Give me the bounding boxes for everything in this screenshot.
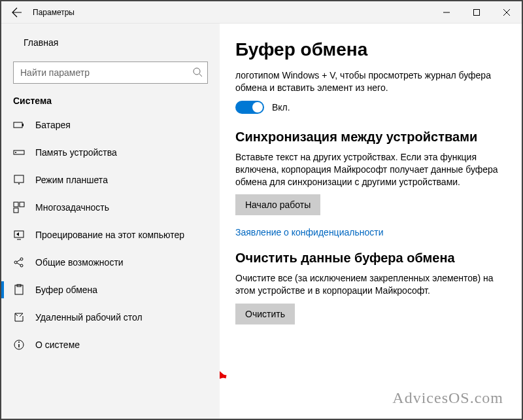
svg-point-12 [14,261,17,264]
tablet-icon [13,174,25,186]
toggle-label: Вкл. [272,102,290,113]
maximize-button[interactable] [462,1,492,24]
svg-rect-3 [22,124,24,126]
search-icon [192,67,203,80]
storage-icon [13,147,25,158]
multitask-icon [13,201,25,213]
clipboard-icon [13,284,25,296]
sidebar-item-clipboard[interactable]: Буфер обмена [1,276,220,304]
svg-rect-9 [20,202,24,207]
svg-point-1 [194,68,200,75]
search-input[interactable] [13,61,208,84]
page-title: Буфер обмена [235,39,506,60]
sidebar-item-about[interactable]: О системе [1,331,220,359]
svg-rect-8 [14,202,18,207]
shared-icon [13,256,25,268]
sidebar-item-label: Многозадачность [35,202,109,213]
svg-point-7 [18,183,20,184]
close-button[interactable] [492,1,522,24]
svg-point-5 [15,152,16,153]
sidebar-item-projecting[interactable]: Проецирование на этот компьютер [1,221,220,249]
sidebar-item-label: Удаленный рабочий стол [35,312,143,323]
sidebar-item-label: О системе [35,340,80,350]
minimize-icon [443,9,450,16]
clear-description: Очистите все (за исключением закрепленны… [235,272,503,297]
sidebar: Главная Система Батарея Память устройств… [1,24,220,419]
svg-rect-0 [474,9,480,15]
sync-start-button[interactable]: Начало работы [235,194,320,215]
remote-icon [13,311,25,323]
svg-rect-10 [14,208,18,213]
watermark: AdvicesOS.com [392,389,503,407]
svg-rect-6 [14,175,24,183]
battery-icon [13,119,25,131]
svg-point-13 [20,258,23,260]
sidebar-item-label: Общие возможности [35,257,124,268]
sidebar-item-label: Режим планшета [35,175,108,185]
history-description: логотипом Windows + V, чтобы просмотреть… [235,69,503,94]
sidebar-item-storage[interactable]: Память устройства [1,139,220,166]
sidebar-item-multitask[interactable]: Многозадачность [1,194,220,221]
minimize-button[interactable] [431,1,462,24]
window-title: Параметры [33,8,75,17]
sidebar-item-battery[interactable]: Батарея [1,111,220,139]
history-toggle[interactable] [235,101,264,114]
svg-point-18 [18,341,20,343]
clear-button[interactable]: Очистить [235,304,295,324]
privacy-link[interactable]: Заявление о конфиденциальности [235,227,506,237]
home-label: Главная [24,37,58,48]
sidebar-item-shared[interactable]: Общие возможности [1,249,220,276]
sync-description: Вставьте текст на других устройствах. Ес… [235,151,503,188]
close-icon [503,9,510,16]
project-icon [13,229,25,241]
sidebar-item-remote[interactable]: Удаленный рабочий стол [1,304,220,331]
content-pane: Буфер обмена логотипом Windows + V, чтоб… [220,24,522,419]
sidebar-item-tablet[interactable]: Режим планшета [1,166,220,194]
info-icon [13,339,25,351]
maximize-icon [473,9,480,16]
home-nav[interactable]: Главная [1,30,220,55]
arrow-left-icon [12,7,22,18]
sync-heading: Синхронизация между устройствами [235,130,506,145]
sidebar-item-label: Проецирование на этот компьютер [35,230,184,240]
sidebar-item-label: Батарея [35,120,71,130]
svg-rect-2 [14,122,22,128]
sidebar-item-label: Память устройства [35,147,117,158]
category-heading: Система [1,96,220,111]
svg-point-14 [20,264,23,267]
clear-heading: Очистить данные буфера обмена [235,251,506,266]
back-button[interactable] [1,1,33,24]
sidebar-item-label: Буфер обмена [35,285,97,295]
